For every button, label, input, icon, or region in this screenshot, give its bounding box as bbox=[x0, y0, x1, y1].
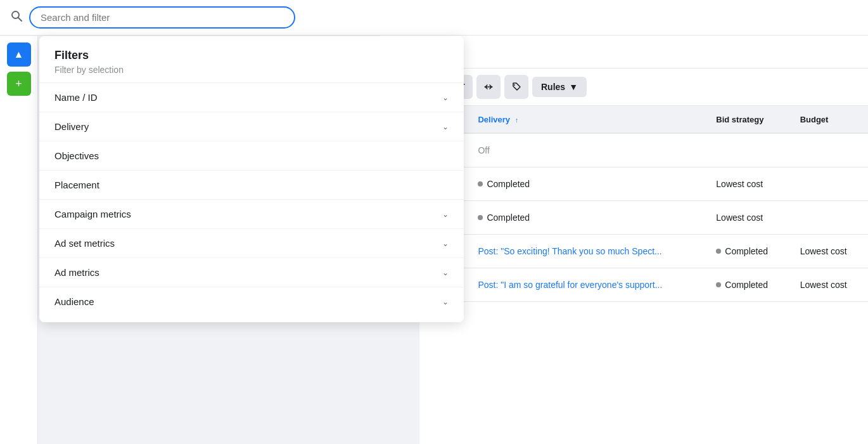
filter-item-delivery[interactable]: Delivery ⌄ bbox=[39, 112, 464, 141]
filter-item-audience[interactable]: Audience ⌄ bbox=[39, 287, 464, 316]
row-bid-cell: Lowest cost bbox=[706, 201, 789, 235]
chevron-down-icon: ⌄ bbox=[442, 210, 449, 219]
row-delivery-cell: Completed bbox=[468, 167, 706, 201]
move-button[interactable] bbox=[476, 75, 501, 99]
row-bid-cell: Lowest cost bbox=[706, 167, 789, 201]
row-ad-name-cell: Post: "I am so grateful for everyone's s… bbox=[468, 268, 706, 302]
ad-link[interactable]: Post: "So exciting! Thank you so much Sp… bbox=[478, 246, 661, 256]
filter-item-name-id-label: Name / ID bbox=[54, 92, 98, 103]
sidebar-green-icon: + bbox=[15, 77, 22, 91]
filter-item-name-id[interactable]: Name / ID ⌄ bbox=[39, 82, 464, 112]
filter-item-placement-label: Placement bbox=[54, 180, 99, 190]
filter-item-delivery-label: Delivery bbox=[54, 121, 89, 132]
filter-item-objectives-label: Objectives bbox=[54, 150, 99, 161]
chevron-down-icon: ⌄ bbox=[442, 239, 449, 248]
filter-item-campaign-metrics-label: Campaign metrics bbox=[54, 209, 131, 219]
status-dot-icon bbox=[478, 181, 483, 186]
chevron-down-icon: ⌄ bbox=[442, 268, 449, 277]
filter-subtitle: Filter by selection bbox=[39, 65, 464, 82]
delivery-status: Completed bbox=[478, 179, 696, 189]
sidebar: ▲ + bbox=[0, 36, 38, 444]
row-ad-name-cell: Post: "So exciting! Thank you so much Sp… bbox=[468, 235, 706, 268]
top-bar bbox=[0, 0, 868, 36]
search-input[interactable] bbox=[29, 6, 295, 29]
chevron-down-icon: ⌄ bbox=[442, 93, 449, 102]
filter-item-ad-metrics-label: Ad metrics bbox=[54, 267, 99, 278]
delivery-status: Completed bbox=[478, 212, 696, 223]
chevron-down-icon: ⌄ bbox=[442, 297, 449, 306]
search-icon bbox=[10, 10, 23, 25]
sort-arrow-icon: ↑ bbox=[515, 116, 519, 124]
status-dot-icon bbox=[478, 215, 483, 220]
svg-point-8 bbox=[514, 84, 515, 86]
header-bid-strategy: Bid strategy bbox=[706, 106, 789, 133]
row-bid-cell: Lowest cost bbox=[790, 268, 868, 302]
filter-item-objectives[interactable]: Objectives bbox=[39, 141, 464, 170]
row-delivery-cell: Completed bbox=[706, 235, 789, 268]
filter-title: Filters bbox=[39, 49, 464, 65]
row-bid-cell: Lowest cost bbox=[790, 235, 868, 268]
row-delivery-cell: Completed bbox=[706, 268, 789, 302]
sidebar-green-button[interactable]: + bbox=[7, 72, 31, 96]
filter-item-placement[interactable]: Placement bbox=[39, 170, 464, 199]
delivery-status: Completed bbox=[716, 246, 779, 256]
row-delivery-cell: Off bbox=[468, 133, 706, 167]
sidebar-blue-button[interactable]: ▲ bbox=[7, 42, 31, 67]
ad-link[interactable]: Post: "I am so grateful for everyone's s… bbox=[478, 280, 662, 290]
filter-item-audience-label: Audience bbox=[54, 296, 94, 307]
sidebar-blue-icon: ▲ bbox=[14, 49, 24, 60]
svg-line-1 bbox=[18, 18, 22, 22]
status-dot-icon bbox=[716, 249, 721, 254]
filter-item-adset-metrics-label: Ad set metrics bbox=[54, 238, 115, 249]
tag-button[interactable] bbox=[504, 75, 528, 99]
row-budget-cell bbox=[790, 133, 868, 167]
row-delivery-cell: Completed bbox=[468, 201, 706, 235]
rules-button[interactable]: Rules ▼ bbox=[532, 77, 587, 97]
filter-item-ad-metrics[interactable]: Ad metrics ⌄ bbox=[39, 258, 464, 287]
rules-chevron-icon: ▼ bbox=[569, 82, 578, 92]
status-dot-icon bbox=[716, 282, 721, 287]
delivery-status: Off bbox=[478, 145, 489, 155]
row-budget-cell bbox=[790, 167, 868, 201]
header-delivery[interactable]: Delivery ↑ bbox=[468, 106, 706, 133]
filter-dropdown: Filters Filter by selection Name / ID ⌄ … bbox=[39, 36, 464, 322]
row-budget-cell bbox=[790, 201, 868, 235]
filter-item-campaign-metrics[interactable]: Campaign metrics ⌄ bbox=[39, 199, 464, 228]
chevron-down-icon: ⌄ bbox=[442, 122, 449, 131]
rules-label: Rules bbox=[541, 82, 565, 92]
delivery-status: Completed bbox=[716, 280, 779, 290]
header-budget: Budget bbox=[790, 106, 868, 133]
filter-item-adset-metrics[interactable]: Ad set metrics ⌄ bbox=[39, 228, 464, 258]
row-bid-cell bbox=[706, 133, 789, 167]
